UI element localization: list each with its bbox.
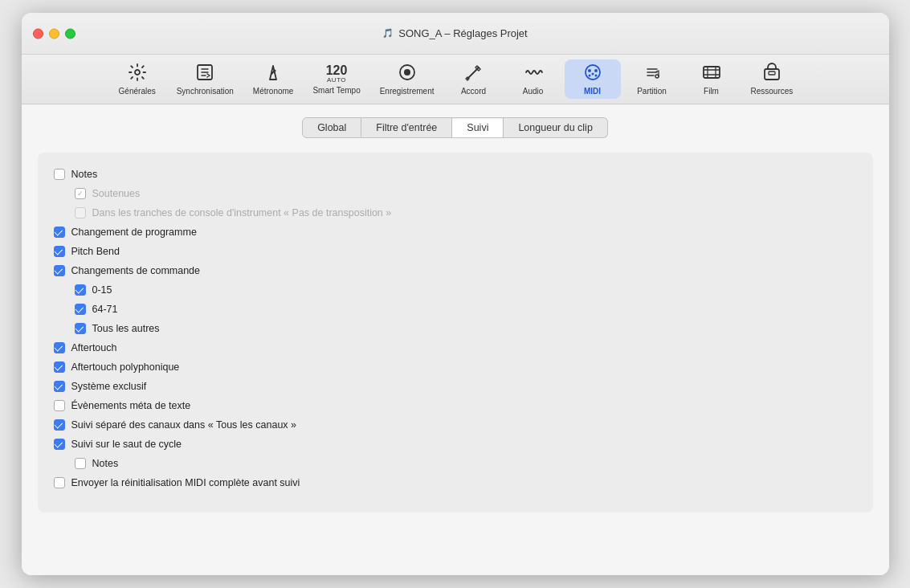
toolbar: Générales Synchronisation Mé [22, 55, 889, 104]
window-title: 🎵 SONG_A – Réglages Projet [382, 27, 527, 39]
row-changements-commande: Changements de commande [54, 265, 849, 276]
label-evenements-meta: Évènements méta de texte [71, 400, 191, 411]
toolbar-item-synchronisation[interactable]: Synchronisation [169, 59, 242, 99]
label-64-71: 64-71 [92, 304, 118, 315]
toolbar-item-midi[interactable]: MIDI [565, 59, 621, 99]
label-aftertouch: Aftertouch [71, 342, 117, 353]
tab-longueur-clip[interactable]: Longueur du clip [504, 117, 607, 138]
svg-point-9 [591, 73, 594, 76]
svg-point-7 [594, 69, 598, 72]
toolbar-item-accord[interactable]: Accord [446, 59, 502, 99]
row-notes: Notes [54, 169, 849, 180]
sync-icon [195, 63, 214, 85]
svg-point-10 [594, 75, 597, 77]
label-envoyer-reinit: Envoyer la réinitialisation MIDI complèt… [71, 477, 300, 488]
svg-point-6 [588, 69, 591, 72]
label-soutenues: Soutenues [92, 188, 141, 199]
ressources-label: Ressources [751, 87, 794, 96]
label-pitch-bend: Pitch Bend [71, 246, 120, 257]
tab-suivi[interactable]: Suivi [452, 117, 504, 138]
row-suivi-separe: Suivi séparé des canaux dans « Tous les … [54, 419, 849, 431]
row-aftertouch: Aftertouch [54, 342, 849, 353]
label-notes: Notes [71, 169, 98, 180]
label-dans-les-tranches: Dans les tranches de console d'instrumen… [92, 207, 392, 218]
metronome-label: Métronome [253, 87, 294, 96]
svg-rect-14 [769, 71, 775, 75]
toolbar-item-generales[interactable]: Générales [109, 59, 165, 99]
toolbar-item-film[interactable]: Film [684, 59, 740, 99]
label-aftertouch-polyphonique: Aftertouch polyphonique [71, 361, 180, 373]
tab-bar: Global Filtre d'entrée Suivi Longueur du… [38, 117, 873, 138]
row-tous-les-autres: Tous les autres [75, 323, 849, 334]
checkbox-changements-commande[interactable] [54, 265, 65, 276]
smart-tempo-icon: 120 AUTO [326, 63, 348, 84]
song-icon: 🎵 [382, 28, 394, 39]
content-panel: Notes Soutenues Dans les tranches de con… [38, 153, 873, 512]
label-suivi-saut: Suivi sur le saut de cycle [71, 439, 182, 450]
row-aftertouch-polyphonique: Aftertouch polyphonique [54, 361, 849, 373]
film-label: Film [704, 87, 719, 96]
svg-point-5 [586, 65, 600, 80]
accord-label: Accord [461, 87, 486, 96]
label-changements-commande: Changements de commande [71, 265, 201, 276]
toolbar-item-audio[interactable]: Audio [505, 59, 561, 99]
checkbox-suivi-separe[interactable] [54, 419, 65, 431]
tab-filtre-entree[interactable]: Filtre d'entrée [361, 117, 452, 138]
metronome-icon [263, 63, 283, 85]
minimize-button[interactable] [49, 28, 59, 39]
row-suivi-saut: Suivi sur le saut de cycle [54, 439, 849, 450]
checkbox-tous-les-autres[interactable] [75, 323, 86, 334]
label-notes2: Notes [92, 458, 119, 469]
checkbox-suivi-saut[interactable] [54, 439, 65, 450]
synchronisation-label: Synchronisation [177, 87, 234, 96]
titlebar: 🎵 SONG_A – Réglages Projet [22, 13, 889, 55]
close-button[interactable] [33, 28, 43, 39]
toolbar-item-partition[interactable]: Partition [624, 59, 680, 99]
row-systeme-exclusif: Système exclusif [54, 381, 849, 392]
audio-label: Audio [523, 87, 544, 96]
main-content: Global Filtre d'entrée Suivi Longueur du… [22, 104, 889, 575]
row-changement-programme: Changement de programme [54, 227, 849, 238]
film-icon [702, 63, 721, 85]
tab-global[interactable]: Global [302, 117, 361, 138]
ressources-icon [762, 63, 781, 85]
record-icon [398, 63, 417, 85]
checkbox-notes[interactable] [54, 169, 65, 180]
main-window: 🎵 SONG_A – Réglages Projet Générales [22, 13, 889, 575]
toolbar-item-enregistrement[interactable]: Enregistrement [372, 59, 443, 99]
traffic-lights [33, 28, 75, 39]
partition-label: Partition [637, 87, 667, 96]
svg-point-2 [274, 70, 276, 72]
midi-icon [583, 63, 602, 85]
label-changement-programme: Changement de programme [71, 227, 197, 238]
checkbox-64-71[interactable] [75, 304, 86, 315]
checkbox-aftertouch[interactable] [54, 342, 65, 353]
svg-rect-12 [704, 67, 720, 78]
checkbox-pitch-bend[interactable] [54, 246, 65, 257]
toolbar-item-smart-tempo[interactable]: 120 AUTO Smart Tempo [304, 60, 368, 98]
row-evenements-meta: Évènements méta de texte [54, 400, 849, 411]
row-dans-les-tranches: Dans les tranches de console d'instrumen… [75, 207, 849, 218]
checkbox-envoyer-reinit[interactable] [54, 477, 65, 488]
checkbox-0-15[interactable] [75, 284, 86, 296]
midi-label: MIDI [584, 87, 601, 96]
checkbox-evenements-meta[interactable] [54, 400, 65, 411]
accord-icon [464, 63, 484, 85]
checkbox-systeme-exclusif[interactable] [54, 381, 65, 392]
row-64-71: 64-71 [75, 304, 849, 315]
generales-label: Générales [119, 87, 156, 96]
label-systeme-exclusif: Système exclusif [71, 381, 147, 392]
row-soutenues: Soutenues [75, 188, 849, 199]
row-pitch-bend: Pitch Bend [54, 246, 849, 257]
checkbox-dans-les-tranches[interactable] [75, 207, 86, 218]
checkbox-soutenues[interactable] [75, 188, 86, 199]
fullscreen-button[interactable] [65, 28, 75, 39]
svg-point-4 [404, 69, 410, 76]
checkbox-aftertouch-polyphonique[interactable] [54, 361, 65, 373]
label-tous-les-autres: Tous les autres [92, 323, 160, 334]
checkbox-changement-programme[interactable] [54, 227, 65, 238]
toolbar-item-metronome[interactable]: Métronome [245, 59, 302, 99]
toolbar-item-ressources[interactable]: Ressources [743, 59, 802, 99]
checkbox-notes2[interactable] [75, 458, 86, 469]
smart-tempo-label: Smart Tempo [312, 86, 360, 95]
